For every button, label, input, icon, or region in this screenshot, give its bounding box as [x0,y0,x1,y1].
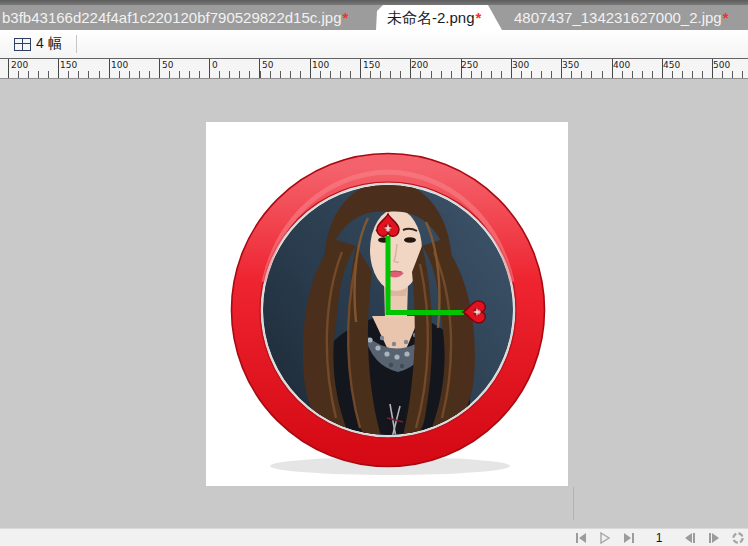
tab-document-1[interactable]: b3fb43166d224f4af1c220120bf790529822d15c… [0,5,374,30]
last-frame-button[interactable] [621,530,636,545]
ruler-tick-label: 250 [461,60,478,70]
right-eye [404,237,416,243]
ruler-tick-label: 200 [411,60,428,70]
canvas-divider-line [573,487,574,520]
animation-playback-controls: 1 [573,529,745,546]
loop-button[interactable] [730,530,745,545]
tab-label: 4807437_134231627000_2.jpg [514,9,722,26]
canvas-area[interactable] [0,80,748,528]
toolbar-separator [76,35,77,53]
ruler-tick-label: 0 [212,60,218,70]
next-frame-button[interactable] [706,530,721,545]
ruler-tick-label: 150 [60,60,77,70]
modified-asterisk: * [475,9,482,26]
ruler-tick-label: 100 [312,60,329,70]
modified-asterisk: * [342,9,349,26]
ruler-tick-label: 500 [713,60,730,70]
ruler-tick-label: 300 [512,60,529,70]
last-frame-icon [622,531,636,545]
ruler-tick-label: 50 [262,60,273,70]
previous-frame-icon [683,531,697,545]
play-icon [598,531,612,545]
current-frame-number: 1 [655,531,663,545]
artboard[interactable] [206,122,568,486]
next-frame-icon [707,531,721,545]
view-toolbar: 4 幅 [0,30,748,58]
status-bar: 1 [0,528,748,546]
tab-label: b3fb43166d224f4af1c220120bf790529822d15c… [2,9,342,26]
ruler-tick-label: 450 [663,60,680,70]
ruler-tick-label: 350 [562,60,579,70]
document-tab-bar: b3fb43166d224f4af1c220120bf790529822d15c… [0,5,748,30]
ruler-tick-label: 100 [111,60,128,70]
tab-label: 未命名-2.png [387,9,475,26]
play-button[interactable] [597,530,612,545]
previous-frame-button[interactable] [682,530,697,545]
artboard-graphics [206,122,568,486]
frames-count-label: 4 幅 [36,35,62,53]
ruler-tick-label: 400 [613,60,630,70]
ruler-tick-label: 50 [162,60,173,70]
frames-indicator-button[interactable]: 4 幅 [10,33,66,55]
horizontal-ruler[interactable]: 200 150 100 50 0 50 100 150 200 250 300 … [0,58,748,79]
loop-icon [731,531,745,545]
first-frame-button[interactable] [573,530,588,545]
ruler-tick-label: 150 [363,60,380,70]
ruler-tick-label: 200 [11,60,28,70]
tab-document-3[interactable]: 4807437_134231627000_2.jpg* [510,5,748,30]
tab-document-2-active[interactable]: 未命名-2.png* [376,5,502,30]
first-frame-icon [574,531,588,545]
modified-asterisk: * [722,9,729,26]
grid-2x2-icon [14,38,31,51]
